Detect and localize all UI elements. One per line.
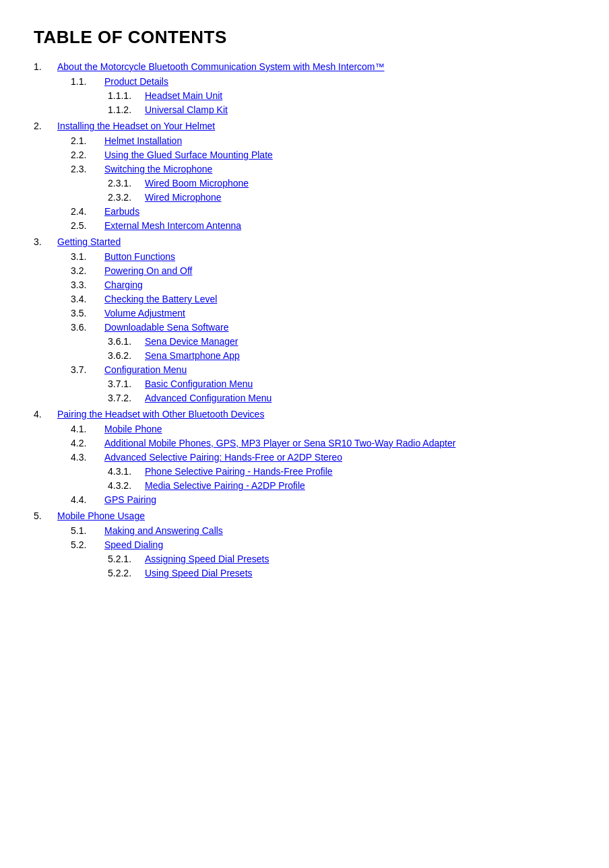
- toc-number: 4.3.1.: [108, 466, 145, 477]
- toc-item-level1: 1.About the Motorcycle Bluetooth Communi…: [34, 61, 575, 72]
- toc-link-level2[interactable]: Earbuds: [104, 206, 139, 217]
- toc-link-level1[interactable]: Installing the Headset on Your Helmet: [57, 121, 215, 131]
- toc-number: 3.3.: [71, 279, 104, 290]
- toc-number: 3.7.1.: [108, 378, 145, 389]
- toc-item-level2: 3.4.Checking the Battery Level: [71, 294, 575, 304]
- toc-number: 2.3.2.: [108, 192, 145, 203]
- toc-number: 4.: [34, 409, 57, 420]
- toc-item-level1: 4.Pairing the Headset with Other Bluetoo…: [34, 409, 575, 420]
- toc-number: 1.1.1.: [108, 90, 145, 101]
- toc-link-level3[interactable]: Sena Device Manager: [145, 336, 238, 347]
- toc-number: 1.1.2.: [108, 104, 145, 115]
- toc-number: 3.6.: [71, 322, 104, 333]
- toc-item-level1: 2.Installing the Headset on Your Helmet: [34, 121, 575, 131]
- toc-item-level1: 3.Getting Started: [34, 236, 575, 247]
- toc-link-level3[interactable]: Assigning Speed Dial Presets: [145, 554, 269, 564]
- toc-item-level3: 3.6.1.Sena Device Manager: [108, 336, 575, 347]
- toc-number: 3.6.1.: [108, 336, 145, 347]
- toc-number: 2.3.1.: [108, 178, 145, 189]
- toc-number: 3.6.2.: [108, 350, 145, 361]
- toc-number: 4.2.: [71, 438, 104, 448]
- toc-item-level3: 3.7.1.Basic Configuration Menu: [108, 378, 575, 389]
- toc-link-level2[interactable]: Volume Adjustment: [104, 308, 185, 319]
- toc-item-level2: 2.2.Using the Glued Surface Mounting Pla…: [71, 149, 575, 160]
- toc-link-level2[interactable]: Making and Answering Calls: [104, 525, 223, 536]
- toc-link-level1[interactable]: Getting Started: [57, 236, 121, 247]
- toc-link-level2[interactable]: Using the Glued Surface Mounting Plate: [104, 149, 273, 160]
- toc-link-level2[interactable]: Speed Dialing: [104, 539, 163, 550]
- toc-number: 3.7.2.: [108, 393, 145, 403]
- toc-link-level2[interactable]: Button Functions: [104, 251, 175, 262]
- toc-item-level3: 2.3.1.Wired Boom Microphone: [108, 178, 575, 189]
- toc-link-level2[interactable]: Advanced Selective Pairing: Hands-Free o…: [104, 452, 342, 463]
- toc-number: 2.3.: [71, 164, 104, 174]
- toc-item-level3: 4.3.1.Phone Selective Pairing - Hands-Fr…: [108, 466, 575, 477]
- page-title: TABLE OF CONTENTS: [34, 27, 575, 48]
- toc-link-level2[interactable]: GPS Pairing: [104, 494, 156, 505]
- toc-link-level3[interactable]: Basic Configuration Menu: [145, 378, 253, 389]
- toc-link-level1[interactable]: About the Motorcycle Bluetooth Communica…: [57, 61, 385, 72]
- toc-link-level2[interactable]: Charging: [104, 279, 143, 290]
- toc-number: 5.2.1.: [108, 554, 145, 564]
- toc-link-level2[interactable]: Switching the Microphone: [104, 164, 212, 174]
- toc-item-level2: 3.7.Configuration Menu: [71, 364, 575, 375]
- toc-number: 3.2.: [71, 265, 104, 276]
- toc-item-level2: 4.1.Mobile Phone: [71, 424, 575, 434]
- toc-link-level2[interactable]: Product Details: [104, 76, 168, 87]
- toc-item-level3: 3.6.2.Sena Smartphone App: [108, 350, 575, 361]
- toc-link-level2[interactable]: Powering On and Off: [104, 265, 192, 276]
- toc-number: 4.4.: [71, 494, 104, 505]
- toc-number: 5.1.: [71, 525, 104, 536]
- toc-number: 3.1.: [71, 251, 104, 262]
- toc-link-level3[interactable]: Headset Main Unit: [145, 90, 222, 101]
- toc-number: 5.: [34, 510, 57, 521]
- toc-number: 3.4.: [71, 294, 104, 304]
- toc-link-level2[interactable]: External Mesh Intercom Antenna: [104, 220, 241, 231]
- toc-link-level1[interactable]: Pairing the Headset with Other Bluetooth…: [57, 409, 264, 420]
- toc-link-level2[interactable]: Checking the Battery Level: [104, 294, 217, 304]
- toc-number: 2.2.: [71, 149, 104, 160]
- toc-link-level3[interactable]: Media Selective Pairing - A2DP Profile: [145, 480, 305, 491]
- toc-link-level3[interactable]: Phone Selective Pairing - Hands-Free Pro…: [145, 466, 333, 477]
- toc-number: 2.: [34, 121, 57, 131]
- toc-link-level3[interactable]: Wired Microphone: [145, 192, 222, 203]
- toc-item-level2: 2.1.Helmet Installation: [71, 135, 575, 146]
- toc-link-level2[interactable]: Additional Mobile Phones, GPS, MP3 Playe…: [104, 438, 455, 448]
- toc-link-level2[interactable]: Mobile Phone: [104, 424, 162, 434]
- toc-link-level1[interactable]: Mobile Phone Usage: [57, 510, 145, 521]
- toc-item-level2: 1.1.Product Details: [71, 76, 575, 87]
- toc-link-level3[interactable]: Using Speed Dial Presets: [145, 568, 253, 578]
- toc-item-level3: 5.2.2.Using Speed Dial Presets: [108, 568, 575, 578]
- toc-item-level3: 1.1.1.Headset Main Unit: [108, 90, 575, 101]
- toc-item-level2: 3.2.Powering On and Off: [71, 265, 575, 276]
- toc-item-level2: 3.6.Downloadable Sena Software: [71, 322, 575, 333]
- toc-item-level2: 5.2.Speed Dialing: [71, 539, 575, 550]
- toc-item-level3: 3.7.2.Advanced Configuration Menu: [108, 393, 575, 403]
- toc-item-level2: 2.3.Switching the Microphone: [71, 164, 575, 174]
- toc-item-level2: 4.4.GPS Pairing: [71, 494, 575, 505]
- toc-number: 2.1.: [71, 135, 104, 146]
- toc-item-level2: 4.2.Additional Mobile Phones, GPS, MP3 P…: [71, 438, 575, 448]
- table-of-contents: 1.About the Motorcycle Bluetooth Communi…: [34, 61, 575, 578]
- toc-number: 3.7.: [71, 364, 104, 375]
- toc-number: 3.: [34, 236, 57, 247]
- toc-item-level3: 1.1.2.Universal Clamp Kit: [108, 104, 575, 115]
- toc-number: 1.: [34, 61, 57, 72]
- toc-item-level2: 3.5.Volume Adjustment: [71, 308, 575, 319]
- toc-number: 5.2.2.: [108, 568, 145, 578]
- toc-link-level3[interactable]: Sena Smartphone App: [145, 350, 240, 361]
- toc-item-level3: 2.3.2.Wired Microphone: [108, 192, 575, 203]
- toc-link-level2[interactable]: Downloadable Sena Software: [104, 322, 228, 333]
- toc-item-level2: 2.5.External Mesh Intercom Antenna: [71, 220, 575, 231]
- toc-item-level2: 2.4.Earbuds: [71, 206, 575, 217]
- toc-item-level3: 4.3.2.Media Selective Pairing - A2DP Pro…: [108, 480, 575, 491]
- toc-item-level2: 5.1.Making and Answering Calls: [71, 525, 575, 536]
- toc-item-level2: 3.3.Charging: [71, 279, 575, 290]
- toc-link-level3[interactable]: Wired Boom Microphone: [145, 178, 249, 189]
- toc-item-level2: 4.3.Advanced Selective Pairing: Hands-Fr…: [71, 452, 575, 463]
- toc-item-level3: 5.2.1.Assigning Speed Dial Presets: [108, 554, 575, 564]
- toc-link-level2[interactable]: Helmet Installation: [104, 135, 182, 146]
- toc-link-level2[interactable]: Configuration Menu: [104, 364, 187, 375]
- toc-link-level3[interactable]: Universal Clamp Kit: [145, 104, 228, 115]
- toc-link-level3[interactable]: Advanced Configuration Menu: [145, 393, 271, 403]
